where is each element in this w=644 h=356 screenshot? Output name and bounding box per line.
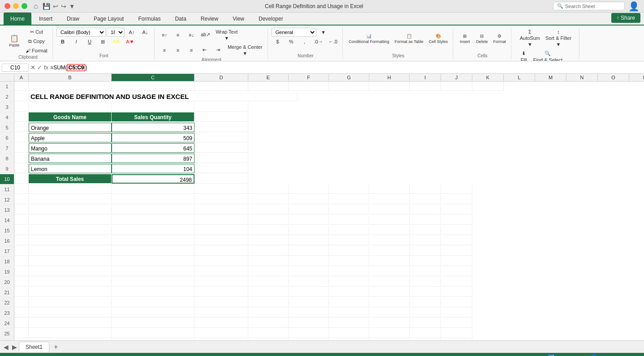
cell-j17[interactable]: [441, 246, 472, 256]
home-icon[interactable]: ⌂: [34, 2, 38, 10]
cell-h15[interactable]: [369, 226, 410, 235]
increase-decimal-button[interactable]: .0→: [312, 38, 325, 46]
cell-i21[interactable]: [410, 287, 441, 297]
cell-d13[interactable]: [194, 205, 248, 214]
font-family-dropdown[interactable]: Calibri (Body): [56, 28, 106, 37]
save-icon[interactable]: 💾: [43, 3, 50, 10]
add-sheet-button[interactable]: +: [50, 343, 61, 351]
confirm-formula-icon[interactable]: ✓: [37, 64, 42, 71]
format-painter-button[interactable]: 🖌 Format: [23, 47, 50, 55]
cell-e15[interactable]: [248, 226, 289, 235]
cell-h1[interactable]: [369, 81, 410, 91]
cell-j1[interactable]: [441, 81, 472, 91]
cell-e21[interactable]: [248, 287, 289, 297]
cell-a19[interactable]: [14, 267, 29, 276]
cell-f24[interactable]: [289, 318, 329, 328]
cell-i1[interactable]: [410, 81, 441, 91]
cell-c10[interactable]: 2498: [112, 174, 194, 184]
cell-a6[interactable]: [14, 133, 29, 142]
currency-button[interactable]: $: [272, 38, 284, 46]
cell-g24[interactable]: [329, 318, 369, 328]
cell-j18[interactable]: [441, 257, 472, 266]
cell-a9[interactable]: [14, 164, 29, 173]
cell-b22[interactable]: [29, 298, 112, 307]
find-select-button[interactable]: 🔍 Find & Select▼: [531, 49, 565, 62]
col-header-l[interactable]: L: [504, 74, 535, 81]
cell-c20[interactable]: [112, 277, 194, 287]
tab-draw[interactable]: Draw: [60, 13, 86, 25]
cell-d6[interactable]: [194, 133, 248, 142]
cell-g19[interactable]: [329, 267, 369, 276]
cell-g11[interactable]: [329, 184, 369, 194]
cell-e12[interactable]: [248, 195, 289, 204]
decrease-font-button[interactable]: A↓: [139, 28, 151, 36]
cell-d17[interactable]: [194, 246, 248, 256]
italic-button[interactable]: I: [70, 38, 82, 46]
cell-a13[interactable]: [14, 205, 29, 214]
decrease-decimal-button[interactable]: ←.0: [326, 38, 340, 46]
delete-button[interactable]: ⊟ Delete: [474, 28, 490, 50]
cell-d5[interactable]: [194, 123, 248, 132]
number-format-more-button[interactable]: ▼: [317, 28, 330, 36]
align-middle-button[interactable]: ≡: [172, 31, 184, 39]
cell-d16[interactable]: [194, 236, 248, 245]
cell-d14[interactable]: [194, 215, 248, 225]
cell-e11[interactable]: [248, 184, 289, 194]
cell-f25[interactable]: [289, 329, 329, 338]
fill-color-button[interactable]: A▼: [110, 38, 123, 46]
percent-button[interactable]: %: [285, 38, 298, 46]
close-button[interactable]: [4, 3, 10, 9]
cell-d22[interactable]: [194, 298, 248, 307]
cell-c18[interactable]: [112, 257, 194, 266]
cell-f1[interactable]: [289, 81, 329, 91]
cell-b13[interactable]: [29, 205, 112, 214]
cell-reference-box[interactable]: [2, 64, 29, 72]
cell-f13[interactable]: [289, 205, 329, 214]
font-size-dropdown[interactable]: 18: [107, 28, 125, 37]
cell-g23[interactable]: [329, 308, 369, 317]
cell-i20[interactable]: [410, 277, 441, 287]
cell-c21[interactable]: [112, 287, 194, 297]
cell-d26[interactable]: [194, 339, 248, 340]
cell-g1[interactable]: [329, 81, 369, 91]
cell-h20[interactable]: [369, 277, 410, 287]
cell-a3[interactable]: [14, 102, 29, 112]
cell-a16[interactable]: [14, 236, 29, 245]
cell-b8[interactable]: Banana: [29, 154, 112, 163]
cell-b25[interactable]: [29, 329, 112, 338]
cell-i17[interactable]: [410, 246, 441, 256]
cell-d1[interactable]: [194, 81, 248, 91]
cell-e17[interactable]: [248, 246, 289, 256]
cell-b7[interactable]: Mango: [29, 143, 112, 153]
insert-button[interactable]: ⊞ Insert: [457, 28, 473, 50]
cell-g13[interactable]: [329, 205, 369, 214]
cell-a4[interactable]: [14, 112, 29, 122]
cell-styles-button[interactable]: 🎨 Cell Styles: [427, 28, 450, 50]
paste-button[interactable]: 📋 Paste: [6, 30, 22, 52]
cell-a22[interactable]: [14, 298, 29, 307]
number-format-dropdown[interactable]: General: [272, 28, 316, 37]
cell-c11[interactable]: [112, 184, 194, 194]
align-top-button[interactable]: ≡↑: [158, 31, 171, 39]
cell-a15[interactable]: [14, 226, 29, 235]
accessibility-icon[interactable]: ♿: [548, 354, 555, 356]
cell-c1[interactable]: [112, 81, 194, 91]
cell-b18[interactable]: [29, 257, 112, 266]
cell-b26[interactable]: [29, 339, 112, 340]
cell-c5[interactable]: 343: [112, 123, 194, 132]
cell-i12[interactable]: [410, 195, 441, 204]
cell-g22[interactable]: [329, 298, 369, 307]
cell-c12[interactable]: [112, 195, 194, 204]
cell-b9[interactable]: Lemon: [29, 164, 112, 173]
cell-e24[interactable]: [248, 318, 289, 328]
cell-b2[interactable]: CELL RANGE DEFINITION AND USAGE IN EXCEL: [29, 92, 298, 101]
cell-j25[interactable]: [441, 329, 472, 338]
col-header-b[interactable]: B: [29, 74, 112, 81]
zoom-slider[interactable]: [583, 354, 619, 356]
cell-a23[interactable]: [14, 308, 29, 317]
cell-g20[interactable]: [329, 277, 369, 287]
cell-j15[interactable]: [441, 226, 472, 235]
redo-icon[interactable]: ↪: [61, 3, 66, 10]
cell-f18[interactable]: [289, 257, 329, 266]
cell-c14[interactable]: [112, 215, 194, 225]
